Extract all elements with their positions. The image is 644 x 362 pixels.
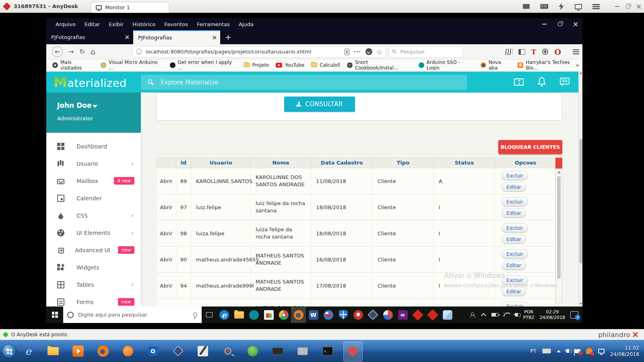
host-taskbar-anydesk[interactable] xyxy=(347,345,359,357)
bell-icon[interactable] xyxy=(537,77,546,87)
menu-ajuda[interactable]: Ajuda xyxy=(234,20,258,29)
sidebar-item-dashboard[interactable]: Dashboard xyxy=(46,138,141,155)
new-tab-button[interactable] xyxy=(220,30,236,44)
host-taskbar-ie[interactable]: e xyxy=(22,345,34,357)
host-taskbar-gray-app[interactable] xyxy=(297,345,309,357)
bookmark-github[interactable]: Get error when I apply ... xyxy=(170,60,237,71)
scroll-thumb[interactable] xyxy=(557,176,561,279)
taskbar-pie-tool[interactable] xyxy=(380,306,395,323)
restore-icon[interactable] xyxy=(626,5,630,8)
open-link[interactable]: Abrir xyxy=(157,273,176,298)
menu-icon[interactable] xyxy=(592,4,600,9)
bookmarks-overflow-icon[interactable]: » xyxy=(576,62,579,68)
sidebar-item-advanced-ui[interactable]: Advanced UInew xyxy=(46,241,141,259)
excluir-button[interactable]: Excluir xyxy=(502,276,528,285)
keyboard-icon[interactable] xyxy=(540,4,548,9)
browser-search[interactable] xyxy=(388,46,463,58)
sidebar-item-mailbox[interactable]: Mailbox4 new xyxy=(46,172,141,189)
scroll-up-icon[interactable] xyxy=(580,72,582,74)
action-center-icon[interactable]: 4 xyxy=(570,311,578,319)
chevron-down-icon[interactable] xyxy=(93,105,97,108)
host-taskbar-explorer[interactable] xyxy=(47,345,59,357)
bookmark-mais-visitados[interactable]: Mais visitados xyxy=(52,60,94,71)
back-button[interactable]: ← xyxy=(52,46,63,57)
sidebar-item-forms[interactable]: Formsnew xyxy=(46,293,141,306)
pocket-icon[interactable] xyxy=(365,48,372,55)
actions-lightning-icon[interactable] xyxy=(559,3,564,10)
forward-button[interactable]: → xyxy=(68,49,74,55)
sidebar-item-calender[interactable]: Calender xyxy=(46,189,141,207)
excluir-button[interactable]: Excluir xyxy=(502,249,528,259)
keyboard-icon[interactable] xyxy=(542,348,551,354)
antivirus-icon[interactable] xyxy=(586,348,592,354)
bookmark-calculoll[interactable]: Calculoll xyxy=(311,62,340,68)
anydesk-monitor-tab[interactable]: Monitor 1 xyxy=(91,2,169,13)
clock[interactable]: 02:2924/08/2018 xyxy=(540,309,565,321)
user-panel[interactable]: John Doe Administrator xyxy=(46,93,141,133)
reader-mode-icon[interactable] xyxy=(345,49,349,55)
bookmark-visual-micro[interactable]: Visual Micro Arduino ... xyxy=(101,60,163,71)
speaker-icon[interactable] xyxy=(515,313,518,317)
open-link[interactable]: Abrir xyxy=(157,220,176,246)
excluir-button[interactable]: Excluir xyxy=(502,223,528,232)
editar-button[interactable]: Editar xyxy=(502,261,526,270)
menu-editar[interactable]: Editar xyxy=(80,20,105,29)
excluir-button[interactable]: Excluir xyxy=(502,171,528,180)
library-icon[interactable] xyxy=(505,49,513,55)
host-taskbar-keyboard-app[interactable] xyxy=(272,345,284,357)
language-indicator[interactable]: PORPTB2 xyxy=(523,309,535,321)
tab-pjfotografias-2[interactable]: PJFotografias xyxy=(133,30,220,44)
consultar-button[interactable]: CONSULTAR xyxy=(284,97,355,112)
taskbar-explorer[interactable] xyxy=(231,306,246,323)
chat-icon[interactable] xyxy=(523,4,530,9)
search-input[interactable] xyxy=(399,48,459,55)
host-taskbar-outlook[interactable]: O xyxy=(147,345,159,357)
taskbar-virtualbox[interactable] xyxy=(365,306,380,323)
host-taskbar-magnifier[interactable] xyxy=(222,345,234,357)
app-search[interactable]: Explore Materialize xyxy=(141,75,467,90)
bookmark-arduino[interactable]: Arduino SSO - Login xyxy=(419,60,474,71)
people-icon[interactable] xyxy=(470,313,477,317)
host-taskbar-media[interactable] xyxy=(72,345,84,357)
taskbar-sql[interactable] xyxy=(321,306,336,323)
fullscreen-icon[interactable] xyxy=(514,78,524,86)
host-taskbar-orange-app[interactable] xyxy=(122,345,134,357)
bookmark-star-icon[interactable]: ☆ xyxy=(376,48,382,56)
battery-icon[interactable] xyxy=(491,313,498,317)
close-icon[interactable] xyxy=(573,22,578,27)
task-view-button[interactable] xyxy=(202,306,217,323)
tray-expand-icon[interactable] xyxy=(557,350,561,352)
taskbar-visual-studio[interactable]: ∞ xyxy=(395,306,410,323)
tab-close-icon[interactable] xyxy=(213,36,216,39)
action-center-flag-icon[interactable] xyxy=(575,349,580,353)
bookmark-snort[interactable]: Snort Cookbook/Instal... xyxy=(347,60,412,71)
windows-search-input[interactable] xyxy=(77,311,190,318)
page-actions-icon[interactable] xyxy=(354,51,361,53)
scroll-thumb[interactable] xyxy=(579,139,582,263)
minimize-icon[interactable] xyxy=(615,6,619,7)
scroll-down-icon[interactable] xyxy=(580,303,582,305)
taskbar-anydesk-1[interactable] xyxy=(410,306,425,323)
sidebar-item-css[interactable]: CSS› xyxy=(46,207,141,224)
host-taskbar-pen-tool[interactable] xyxy=(197,345,209,357)
chat-icon[interactable] xyxy=(560,78,570,86)
taskbar-firefox[interactable] xyxy=(291,306,306,323)
taskbar-cube-app[interactable] xyxy=(440,306,455,323)
editar-button[interactable]: Editar xyxy=(502,208,526,218)
open-link[interactable]: Abrir xyxy=(157,168,176,194)
network-icon[interactable] xyxy=(598,349,605,354)
taskbar-edge[interactable]: e xyxy=(217,306,231,323)
addon-o-icon[interactable]: O xyxy=(554,47,561,56)
sidebar-item-tables[interactable]: Tables› xyxy=(46,276,141,293)
host-taskbar-virtualbox[interactable] xyxy=(172,345,184,357)
menu-arquivo[interactable]: Arquivo xyxy=(51,20,80,29)
clock[interactable]: 11:0224/08/2018 xyxy=(610,345,639,358)
host-taskbar-green-app[interactable] xyxy=(247,345,259,357)
taskbar-word[interactable]: W xyxy=(306,306,321,323)
start-button[interactable] xyxy=(46,306,63,323)
browser-scrollbar[interactable] xyxy=(578,70,582,306)
sidebar-item-widgets[interactable]: Widgets xyxy=(46,259,141,276)
open-link[interactable]: Abrir xyxy=(157,299,176,306)
excluir-button[interactable]: Excluir xyxy=(502,197,528,206)
host-taskbar-cmd[interactable]: >_ xyxy=(322,345,334,357)
